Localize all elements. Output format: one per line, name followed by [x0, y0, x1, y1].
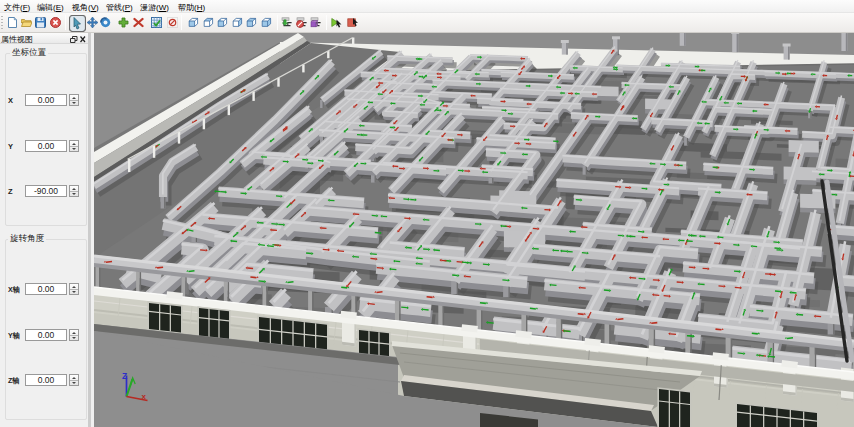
svg-text:Z: Z	[122, 371, 127, 381]
svg-text:x: x	[142, 392, 147, 401]
